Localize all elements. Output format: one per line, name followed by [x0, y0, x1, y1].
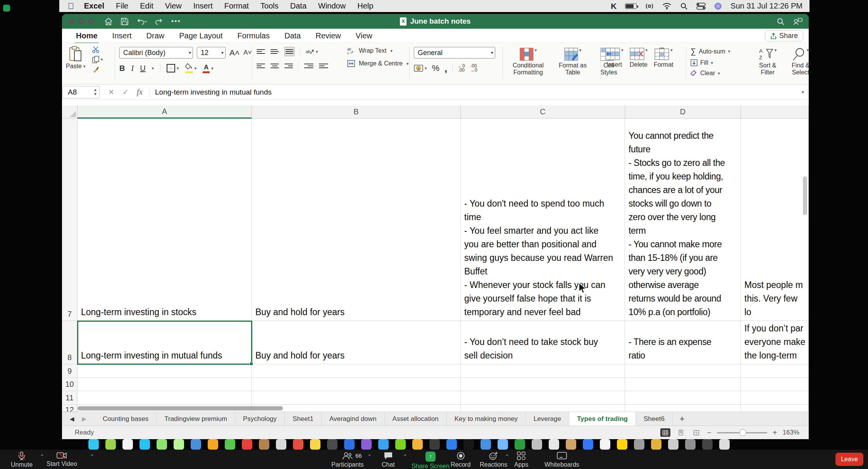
more-toolbar-icon[interactable]: •••: [171, 17, 181, 26]
dock-app-icon[interactable]: [344, 439, 355, 450]
column-header-A[interactable]: A: [78, 105, 252, 119]
cell-B11[interactable]: [252, 391, 461, 405]
reactions-options-chevron[interactable]: ⌃: [505, 453, 509, 459]
cell-E11[interactable]: [741, 391, 809, 405]
dock-app-icon[interactable]: [498, 439, 508, 450]
dock-app-icon[interactable]: [327, 439, 338, 450]
wifi-icon[interactable]: [662, 3, 672, 10]
chat-options-chevron[interactable]: ⌃: [403, 453, 407, 459]
dock-app-icon[interactable]: [651, 439, 661, 450]
borders-button[interactable]: ▾: [167, 64, 179, 72]
menu-help[interactable]: Help: [357, 2, 373, 10]
bold-button[interactable]: B: [119, 64, 125, 73]
row-header-8[interactable]: 8: [62, 321, 78, 364]
zoom-out-button[interactable]: −: [707, 428, 711, 437]
clear-button[interactable]: Clear▾: [691, 70, 730, 77]
reactions-button[interactable]: Reactions: [480, 452, 507, 468]
dock-app-icon[interactable]: [412, 439, 423, 450]
sheet-tab-psychology[interactable]: Psychology: [235, 412, 285, 426]
record-button[interactable]: Record: [451, 452, 471, 468]
align-middle-button[interactable]: [270, 48, 279, 55]
menu-format[interactable]: Format: [224, 2, 249, 10]
align-center-button[interactable]: [270, 62, 279, 69]
cell-A10[interactable]: [78, 378, 252, 391]
tab-page-layout[interactable]: Page Layout: [178, 30, 223, 42]
dock-app-icon[interactable]: [480, 439, 491, 450]
dock-app-icon[interactable]: [685, 439, 696, 450]
font-name-select[interactable]: Calibri (Body)▾: [119, 47, 193, 59]
dock-app-icon[interactable]: [702, 439, 713, 450]
format-as-table-button[interactable]: ▾ Format as Table: [556, 48, 589, 76]
cell-E12[interactable]: [741, 405, 809, 412]
column-header-C[interactable]: C: [461, 105, 625, 119]
select-all-corner[interactable]: [62, 105, 78, 119]
column-header-D[interactable]: D: [625, 105, 741, 119]
dock-app-icon[interactable]: [566, 439, 576, 450]
sheet-tab-asset-allocation[interactable]: Asset allocation: [385, 412, 447, 426]
dock-app-icon[interactable]: [259, 439, 269, 450]
dock-app-icon[interactable]: [88, 439, 99, 450]
share-screen-button[interactable]: ↑ Share Screen: [412, 452, 450, 469]
cell-B9[interactable]: [252, 364, 461, 378]
orientation-button[interactable]: ab▾: [306, 48, 318, 55]
increase-decimal-button[interactable]: .00→0: [470, 64, 477, 72]
cell-C10[interactable]: [461, 378, 625, 391]
insert-cells-button[interactable]: ▾ Insert: [605, 48, 623, 68]
tab-data[interactable]: Data: [284, 30, 301, 42]
dock-app-icon[interactable]: [157, 439, 167, 450]
page-break-view-button[interactable]: [691, 428, 701, 437]
dock-app-icon[interactable]: [105, 439, 116, 450]
search-icon[interactable]: [777, 17, 785, 26]
whiteboards-button[interactable]: Whiteboards: [544, 452, 579, 468]
sheet-nav-right-icon[interactable]: ▶: [82, 416, 87, 422]
decrease-decimal-button[interactable]: ←0.00: [458, 64, 465, 72]
align-left-button[interactable]: [257, 62, 265, 69]
zoom-in-button[interactable]: +: [773, 428, 777, 437]
dock-app-icon[interactable]: [293, 439, 303, 450]
italic-button[interactable]: I: [131, 64, 134, 73]
decrease-font-button[interactable]: A˅: [243, 49, 251, 57]
active-cell-selection[interactable]: [77, 321, 252, 365]
control-center-icon[interactable]: [696, 3, 706, 10]
name-box[interactable]: A8 ▲▼: [62, 86, 100, 98]
window-close-button[interactable]: [69, 19, 74, 24]
vertical-scrollbar-thumb[interactable]: [803, 176, 807, 215]
cell-E8[interactable]: If you don’t par everyone make the long-…: [741, 321, 809, 364]
cell-B8[interactable]: Buy and hold for years: [252, 321, 461, 364]
participants-options-chevron[interactable]: ⌃: [367, 453, 372, 459]
fill-color-button[interactable]: ▾: [185, 63, 197, 73]
dock-app-icon[interactable]: [122, 439, 133, 450]
dock-app-icon[interactable]: [395, 439, 406, 450]
cancel-entry-icon[interactable]: ✕: [108, 88, 114, 97]
row-header-12[interactable]: 12: [62, 405, 78, 412]
dock-app-icon[interactable]: [242, 439, 252, 450]
add-sheet-button[interactable]: +: [673, 412, 692, 426]
dock-app-icon[interactable]: [515, 439, 525, 450]
row-header-9[interactable]: 9: [62, 364, 78, 378]
confirm-entry-icon[interactable]: ✓: [122, 88, 129, 97]
share-button[interactable]: Share: [765, 30, 803, 41]
font-size-select[interactable]: 12▾: [197, 47, 226, 59]
sort-filter-button[interactable]: AZ▾ Sort & Filter: [756, 48, 780, 76]
dock-app-icon[interactable]: [191, 439, 201, 450]
dock-app-icon[interactable]: [634, 439, 644, 450]
dock-app-icon[interactable]: [378, 439, 389, 450]
name-box-up-arrow[interactable]: ▲: [93, 88, 97, 92]
home-icon[interactable]: [105, 18, 112, 25]
cell-D8[interactable]: - There is an expense ratio: [625, 321, 741, 364]
undo-icon[interactable]: [137, 18, 147, 25]
dock-app-icon[interactable]: [446, 439, 457, 450]
dock-app-icon[interactable]: [225, 439, 235, 450]
cell-E7[interactable]: Most people m this. Very few lo: [741, 119, 809, 321]
keka-menu-icon[interactable]: K: [611, 2, 617, 11]
delete-cells-button[interactable]: ▾ Delete: [630, 48, 648, 68]
column-header-B[interactable]: B: [252, 105, 461, 119]
cell-C9[interactable]: [461, 364, 625, 378]
dock-app-icon[interactable]: [719, 439, 730, 450]
auto-sum-button[interactable]: ∑Auto-sum▾: [691, 47, 730, 56]
comma-style-button[interactable]: ,: [444, 66, 447, 70]
tab-insert[interactable]: Insert: [112, 30, 133, 42]
align-right-button[interactable]: [284, 62, 293, 69]
cell-B12[interactable]: [252, 405, 461, 412]
cell-D12[interactable]: [625, 405, 741, 412]
